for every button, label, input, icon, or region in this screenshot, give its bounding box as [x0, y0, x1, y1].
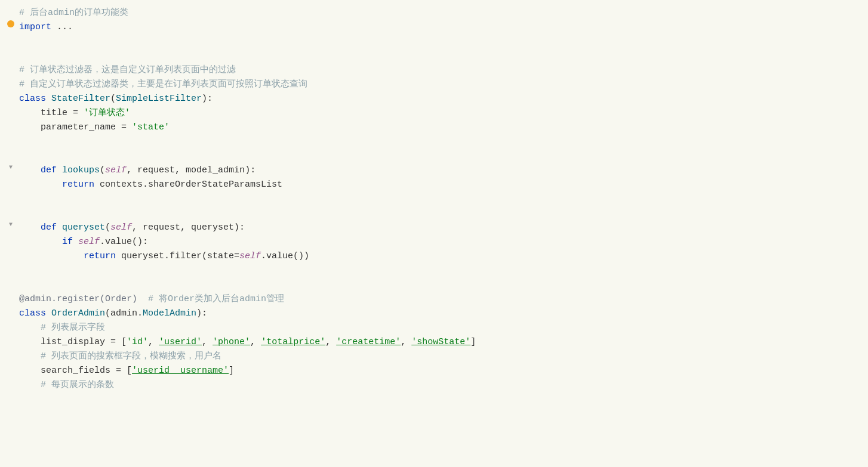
- code-line-10: [0, 135, 868, 149]
- line-content-11: [17, 149, 862, 163]
- kw-return-13: return: [62, 180, 94, 190]
- code-line-20: [0, 278, 868, 292]
- line-content-8: title = '订单状态': [17, 106, 862, 120]
- str-createtime: 'createtime': [336, 337, 401, 347]
- func-12: lookups: [62, 165, 100, 175]
- comment-21: # 将Order类加入后台admin管理: [148, 294, 284, 304]
- code-line-21: @admin.register(Order) # 将Order类加入后台admi…: [0, 292, 868, 307]
- builtin-7: SimpleListFilter: [116, 94, 202, 104]
- line-content-9: parameter_name = 'state': [17, 120, 862, 135]
- classname-7: StateFilter: [51, 94, 110, 104]
- line-content-21: @admin.register(Order) # 将Order类加入后台admi…: [17, 292, 862, 307]
- line-content-10: [17, 135, 862, 149]
- kw-class-7: class: [19, 94, 46, 104]
- code-line-17: if self.value():: [0, 235, 868, 249]
- kw-def-12: def: [41, 165, 57, 175]
- self-16: self: [110, 222, 132, 233]
- line-content-24: list_display = ['id', 'userid', 'phone',…: [17, 335, 862, 350]
- comment-5: # 订单状态过滤器，这是自定义订单列表页面中的过滤: [19, 65, 236, 75]
- code-line-13: return contexts.shareOrderStateParamsLis…: [0, 178, 868, 192]
- line-content-1: # 后台admin的订单功能类: [17, 6, 862, 20]
- fold-arrow-16[interactable]: ▼: [7, 221, 15, 229]
- self-17: self: [78, 237, 100, 247]
- code-line-4: [0, 49, 868, 63]
- string-9: 'state': [132, 122, 170, 132]
- code-line-9: parameter_name = 'state': [0, 120, 868, 135]
- gutter-12[interactable]: ▼: [5, 163, 17, 172]
- func-16: queryset: [62, 222, 105, 233]
- code-line-5: # 订单状态过滤器，这是自定义订单列表页面中的过滤: [0, 63, 868, 78]
- keyword-import: import: [19, 22, 51, 32]
- str-username: 'userid__username': [132, 366, 229, 376]
- comment-23: # 列表展示字段: [41, 323, 105, 333]
- code-line-15: [0, 206, 868, 221]
- code-line-12: ▼ def lookups(self, request, model_admin…: [0, 163, 868, 178]
- str-userid: 'userid': [159, 337, 202, 347]
- kw-def-16: def: [41, 222, 57, 233]
- line-content-16: def queryset(self, request, queryset):: [17, 221, 862, 235]
- kw-if-17: if: [62, 237, 73, 247]
- line-content-5: # 订单状态过滤器，这是自定义订单列表页面中的过滤: [17, 63, 862, 78]
- str-showstate: 'showState': [411, 337, 470, 347]
- code-line-1: # 后台admin的订单功能类: [0, 6, 868, 20]
- line-content-2: import ...: [17, 20, 862, 35]
- line-content-7: class StateFilter(SimpleListFilter):: [17, 92, 862, 106]
- line-content-12: def lookups(self, request, model_admin):: [17, 163, 862, 178]
- line-content-25: # 列表页面的搜索框字段，模糊搜索，用户名: [17, 350, 862, 364]
- line-content-4: [17, 49, 862, 63]
- code-editor: # 后台admin的订单功能类 import ... # 订单状态过滤器，这是自…: [0, 0, 868, 467]
- str-totalprice: 'totalprice': [261, 337, 325, 347]
- line-content-13: return contexts.shareOrderStateParamsLis…: [17, 178, 862, 192]
- code-line-18: return queryset.filter(state=self.value(…: [0, 249, 868, 264]
- comment-27: # 每页展示的条数: [41, 380, 114, 390]
- builtin-22: ModelAdmin: [143, 308, 196, 318]
- string-8: '订单状态': [84, 108, 130, 118]
- self-18: self: [239, 251, 261, 261]
- breakpoint-dot[interactable]: [7, 20, 14, 27]
- code-line-11: [0, 149, 868, 163]
- decorator-21: @admin.register(Order): [19, 294, 137, 304]
- kw-return-18: return: [84, 251, 116, 261]
- str-phone: 'phone': [213, 337, 250, 347]
- code-line-3: [0, 35, 868, 49]
- code-line-2: import ...: [0, 20, 868, 35]
- line-content-14: [17, 192, 862, 206]
- code-line-25: # 列表页面的搜索框字段，模糊搜索，用户名: [0, 350, 868, 364]
- line-content-17: if self.value():: [17, 235, 862, 249]
- line-content-22: class OrderAdmin(admin.ModelAdmin):: [17, 307, 862, 321]
- gutter-2: [5, 20, 17, 27]
- code-line-27: # 每页展示的条数: [0, 378, 868, 392]
- code-line-24: list_display = ['id', 'userid', 'phone',…: [0, 335, 868, 350]
- code-line-19: [0, 264, 868, 278]
- line-content-6: # 自定义订单状态过滤器类，主要是在订单列表页面可按照订单状态查询: [17, 78, 862, 92]
- fold-arrow-12[interactable]: ▼: [7, 163, 15, 172]
- code-line-26: search_fields = ['userid__username']: [0, 364, 868, 378]
- code-line-22: class OrderAdmin(admin.ModelAdmin):: [0, 307, 868, 321]
- comment-6: # 自定义订单状态过滤器类，主要是在订单列表页面可按照订单状态查询: [19, 79, 307, 89]
- code-line-6: # 自定义订单状态过滤器类，主要是在订单列表页面可按照订单状态查询: [0, 78, 868, 92]
- code-line-23: # 列表展示字段: [0, 321, 868, 335]
- line-content-18: return queryset.filter(state=self.value(…: [17, 249, 862, 264]
- line-content-3: [17, 35, 862, 49]
- comment-25: # 列表页面的搜索框字段，模糊搜索，用户名: [41, 351, 221, 361]
- code-line-14: [0, 192, 868, 206]
- line-content-20: [17, 278, 862, 292]
- line-content-19: [17, 264, 862, 278]
- comment-text: # 后台admin的订单功能类: [19, 8, 128, 18]
- code-line-8: title = '订单状态': [0, 106, 868, 120]
- line-content-15: [17, 206, 862, 221]
- line-content-23: # 列表展示字段: [17, 321, 862, 335]
- classname-22: OrderAdmin: [51, 308, 105, 318]
- code-line-7: class StateFilter(SimpleListFilter):: [0, 92, 868, 106]
- self-12: self: [105, 165, 127, 175]
- gutter-16[interactable]: ▼: [5, 221, 17, 229]
- line-content-26: search_fields = ['userid__username']: [17, 364, 862, 378]
- kw-class-22: class: [19, 308, 46, 318]
- line-content-27: # 每页展示的条数: [17, 378, 862, 392]
- str-id: 'id': [127, 337, 148, 347]
- code-line-16: ▼ def queryset(self, request, queryset):: [0, 221, 868, 235]
